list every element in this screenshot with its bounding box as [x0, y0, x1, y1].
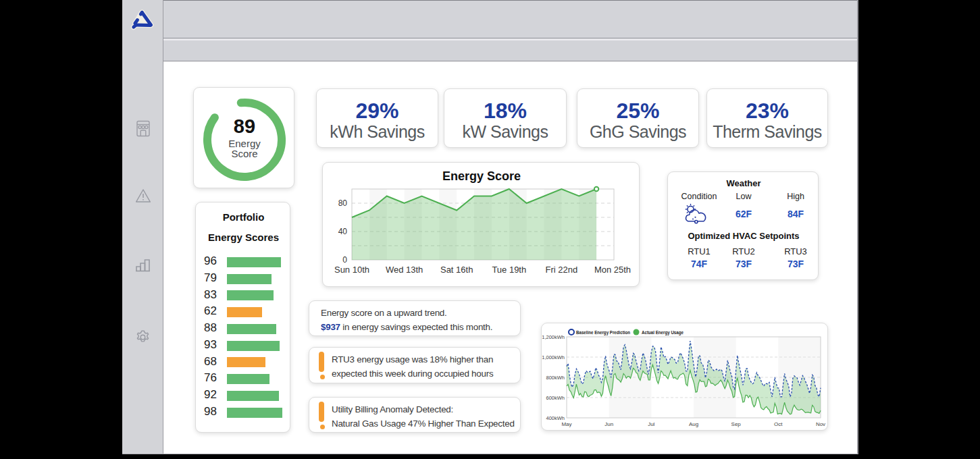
svg-text:0: 0 — [342, 255, 347, 265]
svg-text:40: 40 — [338, 227, 348, 236]
svg-text:Oct: Oct — [774, 421, 783, 427]
svg-text:Jul: Jul — [648, 421, 654, 427]
svg-text:Wed 13th: Wed 13th — [386, 265, 423, 275]
svg-text:Baseline Energy Prediction: Baseline Energy Prediction — [576, 329, 630, 335]
svg-text:Nov: Nov — [816, 421, 825, 427]
svg-text:Jun: Jun — [604, 421, 613, 427]
svg-text:1,000kWh: 1,000kWh — [542, 354, 565, 360]
svg-text:80: 80 — [338, 198, 348, 208]
svg-text:Sep: Sep — [731, 421, 742, 427]
svg-text:Sat 16th: Sat 16th — [440, 265, 473, 275]
svg-text:Aug: Aug — [689, 421, 698, 427]
svg-text:600kWh: 600kWh — [546, 395, 565, 401]
svg-text:Sun 10th: Sun 10th — [334, 265, 369, 275]
svg-text:1,200kWh: 1,200kWh — [542, 334, 565, 340]
svg-text:400kWh: 400kWh — [546, 415, 565, 421]
svg-text:Actual Energy Usage: Actual Energy Usage — [642, 329, 684, 335]
svg-text:May: May — [561, 421, 571, 427]
svg-text:Mon 25th: Mon 25th — [594, 265, 631, 275]
svg-text:Fri 22nd: Fri 22nd — [546, 265, 578, 275]
svg-text:Tue 19th: Tue 19th — [492, 265, 526, 275]
svg-text:800kWh: 800kWh — [546, 375, 565, 381]
